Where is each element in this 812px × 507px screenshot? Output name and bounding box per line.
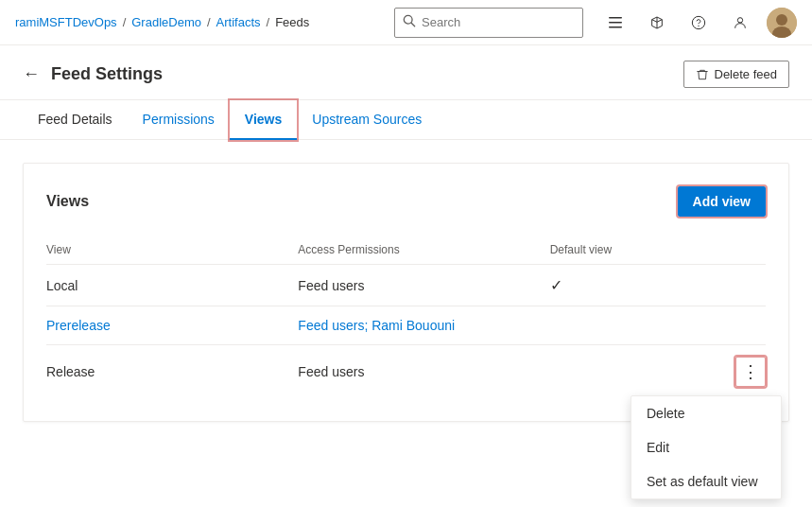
top-nav: ramiMSFTDevOps / GradleDemo / Artifacts … (0, 0, 812, 45)
package-icon[interactable] (642, 8, 672, 38)
view-name-release: Release (46, 345, 298, 399)
breadcrumb-sep-1: / (123, 15, 127, 29)
back-button[interactable]: ← (23, 64, 40, 84)
action-prerelease (694, 306, 766, 345)
context-menu-delete[interactable]: Delete (631, 396, 781, 430)
list-icon[interactable] (600, 8, 631, 38)
default-check-icon: ✓ (550, 277, 562, 293)
tab-permissions[interactable]: Permissions (128, 100, 230, 140)
svg-rect-2 (609, 17, 622, 19)
svg-point-5 (692, 16, 704, 28)
views-card: Views Add view View Access Permissions D… (23, 163, 789, 422)
context-menu-edit[interactable]: Edit (631, 430, 781, 464)
breadcrumb-sep-2: / (207, 15, 211, 29)
tab-feed-details[interactable]: Feed Details (23, 100, 128, 140)
card-title: Views (46, 193, 89, 210)
tabs: Feed Details Permissions Views Upstream … (0, 100, 812, 140)
col-header-action (694, 236, 766, 265)
page-header-left: ← Feed Settings (23, 64, 163, 84)
nav-icons (600, 8, 797, 38)
page-title: Feed Settings (51, 64, 163, 84)
view-name-prerelease[interactable]: Prerelease (46, 306, 298, 345)
person-icon[interactable] (725, 8, 755, 38)
more-options-button[interactable]: ⋮ (735, 357, 766, 387)
access-prerelease: Feed users; Rami Bououni (298, 306, 549, 345)
breadcrumb-item-feeds: Feeds (275, 15, 309, 29)
breadcrumb-item-org[interactable]: ramiMSFTDevOps (15, 15, 117, 29)
breadcrumb: ramiMSFTDevOps / GradleDemo / Artifacts … (15, 15, 389, 29)
tab-views[interactable]: Views (230, 100, 297, 140)
breadcrumb-item-artifacts[interactable]: Artifacts (216, 15, 261, 29)
default-local: ✓ (550, 265, 694, 306)
breadcrumb-sep-3: / (267, 15, 270, 29)
search-icon (403, 14, 416, 30)
col-header-default: Default view (550, 236, 694, 265)
svg-line-1 (411, 23, 415, 26)
svg-point-6 (699, 26, 700, 26)
table-row: Release Feed users ⋮ (46, 345, 766, 399)
svg-rect-3 (609, 22, 622, 24)
view-name-local: Local (46, 265, 298, 306)
more-options-icon: ⋮ (742, 361, 759, 382)
table-row: Prerelease Feed users; Rami Bououni (46, 306, 766, 345)
avatar[interactable] (767, 8, 797, 38)
delete-feed-label: Delete feed (715, 67, 778, 81)
svg-rect-4 (609, 26, 622, 28)
search-input[interactable] (422, 15, 575, 29)
delete-feed-button[interactable]: Delete feed (683, 61, 790, 88)
default-release (550, 345, 694, 399)
add-view-button[interactable]: Add view (678, 186, 766, 217)
action-release[interactable]: ⋮ (694, 345, 766, 399)
default-prerelease (550, 306, 694, 345)
svg-point-9 (776, 14, 787, 26)
tab-upstream-sources[interactable]: Upstream Sources (297, 100, 437, 140)
help-icon[interactable] (683, 8, 714, 38)
table-row: Local Feed users ✓ (46, 265, 766, 306)
views-table: View Access Permissions Default view Loc… (46, 236, 766, 398)
context-menu: Delete Edit Set as default view (631, 395, 782, 499)
col-header-view: View (46, 236, 298, 265)
search-box[interactable] (394, 8, 583, 38)
access-release: Feed users (298, 345, 549, 399)
col-header-access: Access Permissions (298, 236, 549, 265)
action-local (694, 265, 766, 306)
breadcrumb-item-project[interactable]: GradleDemo (131, 15, 201, 29)
delete-icon (696, 68, 709, 81)
access-local: Feed users (298, 265, 549, 306)
context-menu-set-default[interactable]: Set as default view (631, 464, 781, 498)
page-header: ← Feed Settings Delete feed (0, 45, 812, 100)
svg-point-7 (737, 17, 742, 22)
card-header: Views Add view (46, 186, 766, 217)
